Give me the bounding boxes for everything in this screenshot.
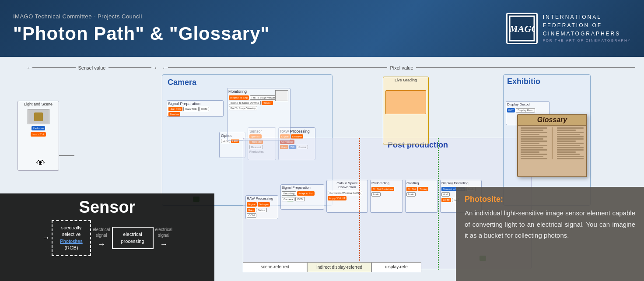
sensel-bar: ← Sensel value → <box>26 64 158 71</box>
signal-prep-post-section: Signal Preparation Encoding Adapt to Ful… <box>280 184 324 210</box>
raw-post-section: RAW Processing Digital Debayer Gain Colo… <box>245 195 278 219</box>
de4: EOTF <box>441 198 451 202</box>
grading-section: Grading On Set Timing Look <box>405 180 438 213</box>
arrow-1: → <box>96 240 107 249</box>
rp3: Gain <box>247 208 255 212</box>
mon-b5: Put To Stage Viewing <box>229 106 257 110</box>
scene-box2: Lum. / Col. <box>31 132 46 137</box>
glossary-page-right <box>557 127 584 159</box>
pg1: On Set Decisions <box>371 187 394 191</box>
pregrading-section: PreGrading On Set Decisions Look <box>370 180 403 213</box>
sp1: Encoding <box>282 191 296 196</box>
sig-p4: Preview <box>168 112 180 116</box>
live-grading-inner <box>385 90 426 114</box>
connector-2 <box>68 155 74 156</box>
arrow-start: → <box>40 233 52 242</box>
live-grading-box: Live Grading <box>383 77 429 144</box>
glossary-pages <box>518 126 586 161</box>
colour-space-section: Colour Space Conversion Convert to Worki… <box>326 180 368 213</box>
monitoring-subsection: Monitoring Display To Eng Put To Stage V… <box>227 88 290 140</box>
main-content: ← Sensel value → ← Pixel value Light and… <box>0 57 644 281</box>
sig-p2: Cam TOE <box>183 107 198 111</box>
tooltip-title: Photosite: <box>465 195 635 204</box>
pixel-bar: ← Pixel value <box>162 64 635 71</box>
rp5: OCM <box>247 213 256 218</box>
sp2: Adapt to Full <box>297 191 315 196</box>
sig-p3: OCM <box>200 107 209 111</box>
scene-referred-label: scene-referred <box>243 262 307 272</box>
logo-text: INTERNATIONAL FEDERATION OF CINEMATOGRAP… <box>543 13 631 44</box>
glossary-book: Glossary <box>517 114 587 177</box>
mon-b1: Display To Eng <box>229 95 249 100</box>
electrical-signal-1: electricalsignal → <box>91 227 112 249</box>
pg2: Look <box>371 192 381 197</box>
gr2: Timing <box>418 187 429 191</box>
cs2: Apply 3D LUT <box>328 196 346 200</box>
light-scene-inner: Radiance Lum. / Col. <box>18 107 59 138</box>
monitor-display <box>275 90 288 101</box>
sig-p1: High FOE <box>168 107 182 111</box>
sp4: OCM <box>295 197 305 201</box>
rp1: Digital <box>247 202 257 207</box>
scene-box1: Radiance <box>32 126 45 130</box>
arrow-2: → <box>158 240 169 249</box>
rp2: Debayer <box>258 202 270 207</box>
gr3: Look <box>406 192 416 197</box>
scene-image <box>28 109 49 124</box>
tooltip-body: An individual light-sensitive image sens… <box>465 207 635 241</box>
electrical-signal-2: electricalsignal → <box>154 227 174 249</box>
sensor-overlay-title: Sensor <box>0 193 214 220</box>
imago-logo: IMAGO <box>506 13 538 44</box>
indirect-display-label: Indirect display-referred <box>307 262 371 272</box>
gr1: On Set <box>406 187 417 191</box>
glossary-page-left <box>521 127 547 159</box>
photosite-tooltip: Photosite: An individual light-sensitive… <box>456 187 644 281</box>
rp4: Colour <box>256 208 267 212</box>
sensor-box-electrical-processing: electrical processing <box>112 227 154 249</box>
measurement-bar: ← Sensel value → ← Pixel value <box>26 62 635 73</box>
de3: Add <box>441 192 450 197</box>
mon-b2: Put To Stage Viewing <box>250 95 278 100</box>
eyes-icon-left: 👁 <box>36 158 45 168</box>
sp3: Camera <box>282 197 294 201</box>
sensor-overlay: Sensor → spectrally selective Photosites… <box>0 193 214 281</box>
display-referred-label: display-refe <box>371 262 421 272</box>
mon-b4: Render <box>262 101 273 105</box>
connector-1 <box>59 155 68 156</box>
sensor-box-photosites: spectrally selective Photosites (RGB) <box>52 220 91 256</box>
dotted-line-2 <box>438 138 439 270</box>
cs1: Convert to Working Col Sp <box>328 191 362 195</box>
signal-prep-camera: Signal Preparation High FOE Cam TOE OCM … <box>167 100 224 117</box>
header-subtitle: IMAGO Technical Committee - Projects Cou… <box>13 13 506 20</box>
bottom-label-area: scene-referred Indirect display-referred… <box>243 262 421 272</box>
sensor-diagram: → spectrally selective Photosites (RGB) … <box>0 220 214 256</box>
dotted-line-1 <box>359 138 360 270</box>
dd1: EOT <box>507 108 515 112</box>
header-title: "Photon Path" & "Glossary" <box>13 23 506 44</box>
mon-b3: Scene To Stage Viewing <box>229 101 261 105</box>
header-logo: IMAGO INTERNATIONAL FEDERATION OF CINEMA… <box>506 13 631 44</box>
header-left: IMAGO Technical Committee - Projects Cou… <box>13 13 506 44</box>
svg-text:IMAGO: IMAGO <box>509 23 535 34</box>
light-scene-box: Light and Scene Radiance Lum. / Col. 👁 <box>18 101 59 171</box>
dd2: Display Rend <box>516 108 535 112</box>
header: IMAGO Technical Committee - Projects Cou… <box>0 0 644 57</box>
photosites-link[interactable]: Photosites <box>60 239 82 244</box>
